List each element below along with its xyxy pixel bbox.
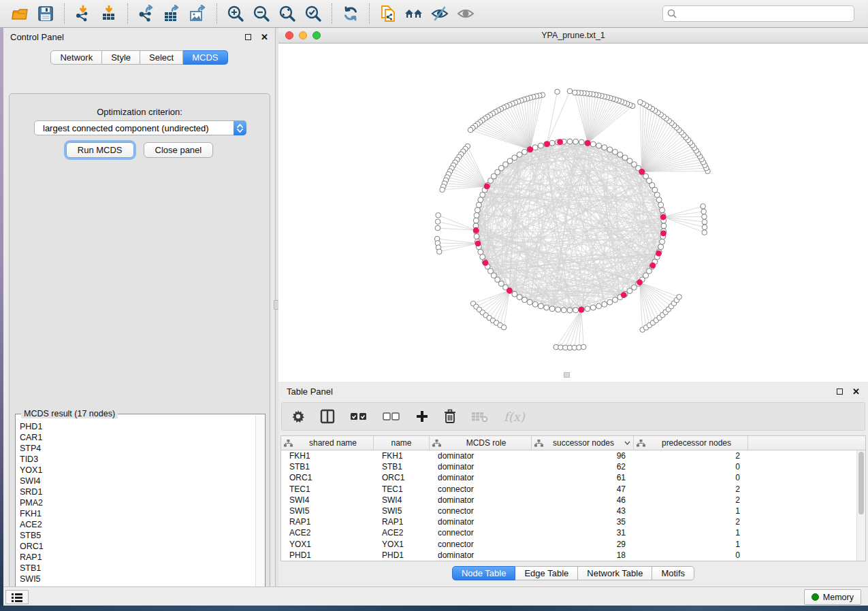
float-table-panel-icon[interactable]	[837, 389, 843, 395]
mcds-result-item[interactable]: ORC1	[20, 541, 255, 552]
close-panel-icon[interactable]: ✕	[261, 33, 268, 42]
add-column-icon[interactable]	[415, 410, 429, 423]
export-table-icon[interactable]	[159, 2, 185, 25]
split-view-icon[interactable]	[320, 409, 335, 424]
memory-button[interactable]: Memory	[804, 589, 861, 605]
column-header-name[interactable]: name	[374, 436, 430, 450]
mcds-result-item[interactable]: PMA2	[20, 497, 255, 508]
close-table-panel-icon[interactable]: ✕	[852, 387, 860, 396]
run-mcds-button[interactable]: Run MCDS	[66, 142, 134, 158]
table-cell[interactable]: 0	[634, 473, 748, 482]
hide-selected-icon[interactable]	[427, 2, 453, 25]
table-cell[interactable]: SWI4	[281, 495, 374, 505]
mcds-result-item[interactable]: STP4	[20, 443, 255, 454]
table-cell[interactable]: STB1	[374, 462, 430, 472]
task-history-button[interactable]	[5, 590, 29, 604]
table-cell[interactable]: connector	[430, 506, 532, 516]
result-scrollbar[interactable]	[255, 415, 264, 611]
deselect-all-icon[interactable]	[383, 410, 400, 423]
table-cell[interactable]: PHD1	[281, 550, 374, 560]
table-cell[interactable]: 1	[634, 540, 748, 549]
mcds-result-item[interactable]: YOX1	[20, 465, 255, 476]
select-all-icon[interactable]	[350, 410, 368, 423]
table-cell[interactable]: ACE2	[374, 528, 430, 538]
table-cell[interactable]: ORC1	[374, 473, 430, 482]
table-row[interactable]: ACE2ACE2connector311	[281, 527, 856, 538]
table-cell[interactable]: 2	[634, 495, 748, 505]
table-cell[interactable]: dominator	[430, 517, 532, 527]
first-neighbors-icon[interactable]	[401, 2, 427, 25]
import-table-icon[interactable]	[96, 2, 122, 25]
table-row[interactable]: SWI4SWI4dominator462	[281, 495, 856, 506]
table-cell[interactable]: SWI4	[374, 495, 430, 505]
tab-node-table[interactable]: Node Table	[452, 566, 516, 580]
column-header-predecessor-nodes[interactable]: predecessor nodes	[634, 436, 748, 450]
table-cell[interactable]: PHD1	[374, 550, 430, 560]
table-cell[interactable]: 2	[634, 517, 748, 527]
table-scrollbar[interactable]	[856, 450, 865, 561]
show-all-icon[interactable]	[453, 2, 479, 25]
table-cell[interactable]: RAP1	[374, 517, 430, 527]
tab-style[interactable]: Style	[102, 50, 140, 65]
mcds-result-item[interactable]: FKH1	[20, 508, 255, 519]
export-network-icon[interactable]	[133, 2, 159, 25]
tab-network-table[interactable]: Network Table	[578, 566, 652, 580]
table-cell[interactable]: 47	[532, 484, 634, 494]
table-row[interactable]: YOX1YOX1connector291	[281, 539, 856, 550]
table-cell[interactable]: dominator	[430, 462, 532, 472]
mcds-result-item[interactable]: STB1	[20, 563, 255, 574]
horizontal-splitter-grip[interactable]	[564, 372, 570, 378]
table-cell[interactable]: SWI5	[281, 506, 374, 516]
table-cell[interactable]: 31	[532, 528, 634, 538]
table-cell[interactable]: 2	[634, 451, 748, 461]
table-cell[interactable]: STB1	[281, 462, 374, 472]
mcds-result-item[interactable]: TID3	[20, 454, 255, 465]
table-cell[interactable]: 61	[532, 473, 634, 482]
table-row[interactable]: PHD1PHD1dominator180	[281, 550, 856, 561]
save-session-icon[interactable]	[33, 2, 59, 25]
table-cell[interactable]: YOX1	[374, 540, 430, 549]
table-row[interactable]: STB1STB1dominator620	[281, 461, 856, 472]
table-cell[interactable]: 2	[634, 484, 748, 494]
table-row[interactable]: FKH1FKH1dominator962	[281, 450, 856, 461]
import-network-icon[interactable]	[70, 2, 96, 25]
tab-motifs[interactable]: Motifs	[652, 566, 694, 580]
zoom-selected-icon[interactable]	[300, 2, 326, 25]
search-field[interactable]	[662, 5, 854, 22]
table-cell[interactable]: 18	[532, 550, 634, 560]
table-cell[interactable]: ORC1	[281, 473, 374, 482]
zoom-in-icon[interactable]	[223, 2, 248, 25]
mcds-result-item[interactable]: RAP1	[20, 552, 255, 563]
table-cell[interactable]: connector	[430, 484, 532, 494]
table-cell[interactable]: 62	[532, 462, 634, 472]
table-cell[interactable]: 46	[532, 495, 634, 505]
delete-column-icon[interactable]	[444, 409, 456, 424]
zoom-out-icon[interactable]	[248, 2, 274, 25]
table-cell[interactable]: dominator	[430, 473, 532, 482]
table-cell[interactable]: 29	[532, 540, 634, 549]
table-cell[interactable]: FKH1	[374, 451, 430, 461]
zoom-fit-icon[interactable]	[274, 2, 300, 25]
network-canvas[interactable]	[278, 44, 868, 382]
close-panel-button[interactable]: Close panel	[144, 142, 214, 158]
table-row[interactable]: ORC1ORC1dominator610	[281, 472, 856, 483]
table-cell[interactable]: SWI5	[374, 506, 430, 516]
table-cell[interactable]: connector	[430, 528, 532, 538]
table-cell[interactable]: TEC1	[281, 484, 374, 494]
export-image-icon[interactable]	[185, 2, 211, 25]
tab-select[interactable]: Select	[140, 50, 183, 65]
criterion-select[interactable]: largest connected component (undirected)	[34, 120, 246, 135]
table-cell[interactable]: ACE2	[281, 528, 374, 538]
tab-mcds[interactable]: MCDS	[183, 50, 227, 65]
table-cell[interactable]: FKH1	[281, 451, 374, 461]
table-cell[interactable]: dominator	[430, 451, 532, 461]
table-row[interactable]: RAP1RAP1dominator352	[281, 516, 856, 527]
search-input[interactable]	[662, 5, 854, 22]
mcds-result-item[interactable]: SRD1	[20, 486, 255, 497]
mcds-result-item[interactable]: STB5	[20, 530, 255, 541]
table-cell[interactable]: dominator	[430, 550, 532, 560]
network-graph[interactable]	[278, 44, 868, 382]
refresh-layout-icon[interactable]	[338, 2, 364, 25]
table-cell[interactable]: 1	[634, 528, 748, 538]
mcds-result-item[interactable]: SWI4	[20, 476, 255, 486]
